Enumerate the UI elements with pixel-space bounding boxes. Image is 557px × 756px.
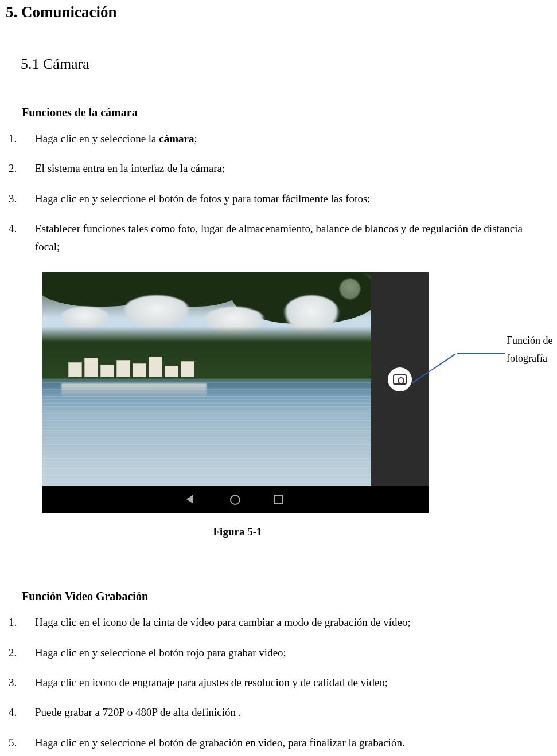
buildings [68, 352, 207, 377]
video-step-3: Haga clic en icono de engranaje para aju… [20, 673, 540, 692]
step-text: Establecer funciones tales como foto, lu… [35, 222, 523, 253]
nav-back-icon [186, 495, 193, 504]
callout-leader-line [457, 353, 505, 354]
video-steps-list: Haga clic en el icono de la cinta de víd… [22, 613, 540, 751]
callout-text-line1: Función de [507, 335, 553, 346]
video-function-block: Función Video Grabación Haga clic en el … [22, 590, 540, 751]
figure-5-1-wrapper: Función de fotografía [42, 272, 557, 513]
step-text: Haga clic en y seleccione el botón de gr… [35, 737, 405, 749]
nav-home-button[interactable] [230, 495, 240, 505]
section-heading: 5. Comunicación [6, 3, 551, 21]
video-step-4: Puede grabar a 720P o 480P de alta defin… [20, 703, 540, 722]
camera-step-4: Establecer funciones tales como foto, lu… [20, 220, 540, 257]
video-step-2: Haga clic en y seleccione el botón rojo … [20, 644, 540, 662]
subsection-heading: 5.1 Cámara [21, 56, 551, 73]
shutter-button[interactable] [388, 367, 412, 391]
camera-sidebar [371, 272, 429, 486]
nav-home-icon [230, 495, 240, 505]
camera-bold-word: cámara [159, 132, 194, 144]
callout-text-line2: fotografía [507, 352, 547, 364]
step-text: El sistema entra en la interfaz de la cá… [35, 162, 225, 174]
step-text: Puede grabar a 720P o 480P de alta defin… [35, 706, 242, 718]
step-text: ; [194, 132, 197, 144]
camera-step-1: Haga clic en y seleccione la cámara; [20, 130, 540, 148]
page: 5. Comunicación 5.1 Cámara Funciones de … [0, 3, 557, 756]
tablet-screenshot [42, 272, 429, 513]
camera-step-3: Haga clic en y seleccione el botón de fo… [20, 190, 540, 208]
step-text: Haga clic en icono de engranaje para aju… [35, 676, 388, 688]
camera-icon [393, 374, 407, 385]
step-text: Haga clic en y seleccione la [35, 132, 159, 144]
android-navbar [42, 486, 429, 513]
step-text: Haga clic en y seleccione el botón rojo … [35, 647, 286, 659]
camera-functions-title: Funciones de la cámara [22, 106, 540, 119]
camera-preview[interactable] [42, 272, 371, 486]
nav-recent-button[interactable] [274, 495, 284, 505]
camera-step-2: El sistema entra en la interfaz de la cá… [20, 159, 540, 178]
step-text: Haga clic en el icono de la cinta de víd… [35, 616, 411, 628]
nav-back-button[interactable] [186, 495, 197, 505]
video-function-title: Función Video Grabación [22, 590, 540, 603]
figure-caption: Figura 5-1 [6, 526, 469, 538]
camera-functions-block: Funciones de la cámara Haga clic en y se… [22, 106, 540, 256]
camera-viewport [42, 272, 429, 486]
video-step-1: Haga clic en el icono de la cinta de víd… [20, 613, 540, 632]
water-reflection [42, 379, 371, 487]
video-step-5: Haga clic en y seleccione el botón de gr… [20, 734, 540, 752]
camera-steps-list: Haga clic en y seleccione la cámara; El … [22, 130, 540, 256]
step-text: Haga clic en y seleccione el botón de fo… [35, 193, 371, 205]
nav-recent-icon [274, 495, 283, 504]
callout-photo-function: Función de fotografía [507, 332, 557, 367]
